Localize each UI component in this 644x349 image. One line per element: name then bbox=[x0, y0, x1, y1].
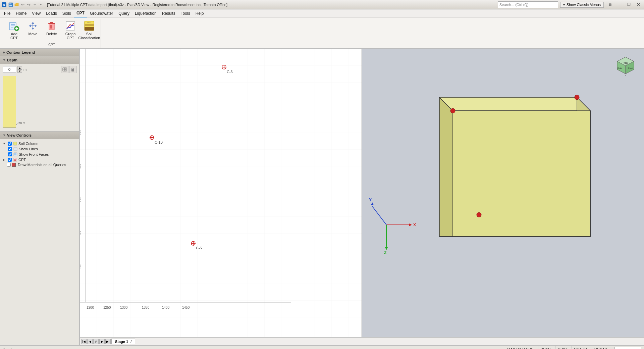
title-bar-left: R ↩ ↪ ↩ ▼ [Tutorial 21 Multiple CPT data… bbox=[1, 2, 227, 7]
menu-results[interactable]: Results bbox=[159, 9, 178, 17]
view-controls-header[interactable]: ▼ View Controls bbox=[0, 132, 79, 139]
search-box[interactable]: Search... (Ctrl+Q) bbox=[498, 1, 558, 8]
dropdown-icon[interactable]: ▼ bbox=[38, 2, 44, 7]
ribbon-btn-delete[interactable]: Delete bbox=[43, 19, 60, 42]
svg-rect-39 bbox=[80, 49, 362, 337]
depth-up-btn[interactable]: ▲ bbox=[17, 66, 22, 69]
undo-icon[interactable]: ↩ bbox=[20, 2, 25, 7]
move-icon bbox=[28, 20, 38, 31]
redo-icon[interactable]: ↪ bbox=[26, 2, 32, 7]
stage-nav-first[interactable]: |◀ bbox=[81, 339, 87, 344]
menu-file[interactable]: File bbox=[1, 9, 13, 17]
svg-marker-73 bbox=[439, 97, 590, 111]
classic-menus-button[interactable]: ≡ Show Classic Menus bbox=[560, 2, 604, 8]
ribbon-btn-add-cpt[interactable]: Add CPT bbox=[5, 19, 23, 42]
views-area: 1200 1250 1300 1350 1400 1450 600 550 50… bbox=[80, 49, 644, 345]
ribbon-buttons: Add CPT Move bbox=[5, 19, 98, 42]
svg-rect-3 bbox=[9, 3, 11, 4]
plan-view[interactable]: 1200 1250 1300 1350 1400 1450 600 550 50… bbox=[80, 49, 362, 337]
minimize-btn[interactable]: ─ bbox=[615, 1, 624, 8]
tree-item-show-front-faces[interactable]: Show Front Faces bbox=[8, 152, 76, 157]
draw-materials-label: Draw Materials on all Queries bbox=[18, 163, 66, 167]
cpt-checkbox[interactable] bbox=[8, 158, 12, 162]
svg-rect-14 bbox=[48, 23, 55, 24]
menu-soils[interactable]: Soils bbox=[60, 9, 74, 17]
tree-item-draw-materials[interactable]: Draw Materials on all Queries bbox=[3, 162, 76, 167]
menu-liquefaction[interactable]: Liquefaction bbox=[132, 9, 159, 17]
menu-tools[interactable]: Tools bbox=[178, 9, 193, 17]
ribbon-btn-graph-cpt[interactable]: Graph CPT bbox=[62, 19, 79, 42]
app-icon: R bbox=[1, 2, 7, 7]
status-input-box[interactable] bbox=[614, 347, 641, 349]
status-grid[interactable]: GRID bbox=[555, 346, 569, 349]
svg-marker-75 bbox=[453, 111, 590, 237]
graph-cpt-label: Graph CPT bbox=[65, 32, 76, 40]
soil-class-label: Soil Classification bbox=[78, 32, 100, 40]
status-osnap[interactable]: OSNAP bbox=[592, 346, 609, 349]
menu-home[interactable]: Home bbox=[13, 9, 29, 17]
tree-item-cpt[interactable]: ▶ CPT bbox=[3, 157, 76, 162]
svg-text:X: X bbox=[413, 222, 416, 227]
title-bar: R ↩ ↪ ↩ ▼ [Tutorial 21 Multiple CPT data… bbox=[0, 0, 644, 9]
3d-view-canvas: X Y Z bbox=[362, 49, 644, 337]
ribbon-btn-soil-class[interactable]: SOIL Soil Classification bbox=[80, 19, 98, 42]
stage-tab-1[interactable]: Stage 1 / bbox=[111, 339, 135, 344]
depth-header[interactable]: ▼ Depth bbox=[0, 56, 79, 64]
stage-nav-num[interactable]: # bbox=[93, 339, 99, 344]
view-controls-arrow: ▼ bbox=[3, 134, 6, 137]
svg-text:C-5: C-5 bbox=[196, 246, 202, 250]
show-front-faces-icon bbox=[13, 152, 18, 157]
menu-cpt[interactable]: CPT bbox=[74, 9, 87, 17]
stage-nav-prev[interactable]: ◀ bbox=[87, 339, 93, 344]
plan-view-canvas: 1200 1250 1300 1350 1400 1450 600 550 50… bbox=[80, 49, 362, 337]
stage-nav-next[interactable]: ▶ bbox=[99, 339, 105, 344]
window-controls: ⊟ ─ ❐ ✕ bbox=[606, 1, 643, 8]
svg-text:Z: Z bbox=[384, 250, 386, 255]
menu-view[interactable]: View bbox=[29, 9, 43, 17]
save-icon[interactable] bbox=[8, 2, 13, 7]
restore-btn[interactable]: ❐ bbox=[625, 1, 633, 8]
tree-item-soil-column[interactable]: ▼ Soil Column bbox=[3, 141, 76, 146]
cpt-expand[interactable]: ▶ bbox=[3, 158, 7, 161]
undo2-icon[interactable]: ↩ bbox=[32, 2, 38, 7]
ribbon-toggle-btn[interactable]: ⊟ bbox=[606, 1, 614, 8]
open-icon[interactable] bbox=[14, 2, 19, 7]
show-lines-checkbox[interactable] bbox=[8, 147, 12, 151]
show-front-faces-checkbox[interactable] bbox=[8, 152, 12, 156]
stage-nav-last[interactable]: ▶| bbox=[105, 339, 111, 344]
svg-text:1450: 1450 bbox=[182, 306, 190, 309]
depth-content: ▲ ▼ m bbox=[0, 64, 79, 131]
menu-help[interactable]: Help bbox=[193, 9, 207, 17]
view-controls-section: ▼ View Controls ▼ Soil Column bbox=[0, 132, 79, 345]
soil-column-checkbox[interactable] bbox=[8, 142, 12, 146]
soil-profile-mini: -20 m bbox=[3, 76, 16, 128]
depth-view-btn[interactable] bbox=[61, 66, 68, 73]
status-ortho[interactable]: ORTHO bbox=[572, 346, 589, 349]
status-max-datatips[interactable]: MAX DATATIPS bbox=[505, 346, 535, 349]
menu-groundwater[interactable]: Groundwater bbox=[87, 9, 116, 17]
tree-item-show-lines[interactable]: Show Lines bbox=[8, 146, 76, 152]
menu-loads[interactable]: Loads bbox=[43, 9, 60, 17]
contour-legend-header[interactable]: ▶ Contour Legend bbox=[0, 49, 79, 56]
depth-lock-btn[interactable] bbox=[69, 66, 76, 73]
depth-down-btn[interactable]: ▼ bbox=[17, 69, 22, 73]
soil-column-children: Show Lines Show Front Faces bbox=[3, 146, 76, 157]
ribbon-btn-move[interactable]: Move bbox=[24, 19, 42, 42]
depth-title: Depth bbox=[7, 58, 17, 62]
draw-materials-checkbox[interactable] bbox=[7, 163, 11, 167]
svg-text:C-6: C-6 bbox=[227, 70, 233, 74]
depth-tick bbox=[16, 124, 17, 125]
svg-marker-85 bbox=[371, 202, 374, 205]
show-lines-label: Show Lines bbox=[19, 147, 38, 151]
depth-stepper: ▲ ▼ bbox=[17, 66, 22, 73]
depth-input[interactable] bbox=[3, 66, 16, 73]
status-snap[interactable]: SNAP bbox=[538, 346, 552, 349]
soil-column-expand[interactable]: ▼ bbox=[3, 142, 7, 145]
depth-section: ▼ Depth ▲ ▼ m bbox=[0, 56, 79, 132]
svg-marker-76 bbox=[439, 97, 453, 237]
svg-marker-87 bbox=[385, 247, 388, 250]
menu-query[interactable]: Query bbox=[116, 9, 132, 17]
close-btn[interactable]: ✕ bbox=[634, 1, 643, 8]
contour-legend-arrow: ▶ bbox=[3, 51, 5, 54]
view-3d[interactable]: Top Front Right Y bbox=[362, 49, 644, 337]
